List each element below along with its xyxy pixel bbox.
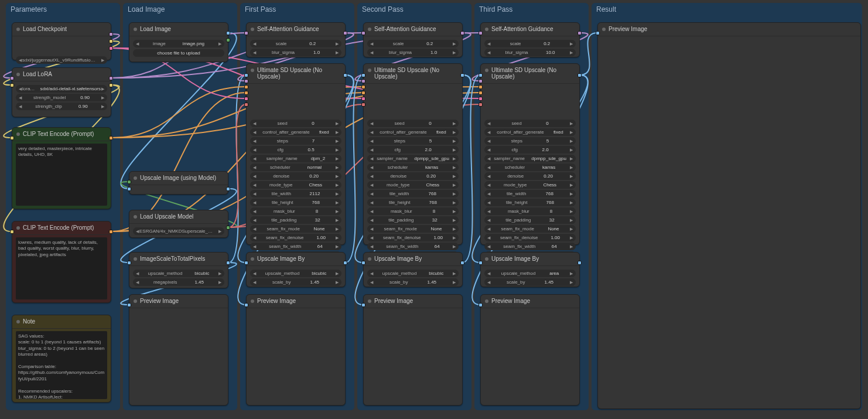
param-control-after-generate[interactable]: control_after_generatefixed (484, 128, 576, 136)
node-title[interactable]: Load LoRA (12, 68, 111, 81)
param-control-after-generate[interactable]: control_after_generatefixed (250, 128, 341, 136)
input-port[interactable] (127, 261, 131, 265)
node-title[interactable]: Self-Attention Guidance (481, 23, 579, 36)
collapse-icon[interactable] (16, 320, 20, 323)
param-denoise[interactable]: denoise0.20 (484, 172, 576, 180)
param-mode-type[interactable]: mode_typeChess (367, 181, 459, 189)
node-title[interactable]: Note (12, 315, 111, 329)
input-port[interactable] (361, 79, 365, 83)
param-seam-fix-mode[interactable]: seam_fix_modeNone (484, 225, 576, 233)
chevron-left-icon[interactable] (252, 280, 257, 285)
node-uib2[interactable]: Upscale Image Byupscale_methodbicubicsca… (363, 252, 463, 287)
node-sag2[interactable]: Self-Attention Guidancescale0.2blur_sigm… (363, 22, 463, 57)
chevron-right-icon[interactable] (452, 200, 456, 205)
chevron-left-icon[interactable] (370, 130, 374, 135)
param-blur-sigma[interactable]: blur_sigma1.0 (367, 49, 459, 56)
param-seam-fix-denoise[interactable]: seam_fix_denoise1.00 (484, 234, 576, 241)
chevron-left-icon[interactable] (18, 96, 22, 100)
chevron-right-icon[interactable] (335, 148, 339, 152)
param-upscale-method[interactable]: upscale_methodbicubic (133, 270, 224, 277)
chevron-right-icon[interactable] (452, 183, 456, 188)
chevron-left-icon[interactable] (487, 227, 491, 231)
chevron-left-icon[interactable] (135, 271, 139, 276)
collapse-icon[interactable] (134, 176, 137, 180)
param-scale-by[interactable]: scale_by1.45 (367, 278, 459, 286)
chevron-left-icon[interactable] (370, 156, 374, 161)
param-tile-height[interactable]: tile_height768 (484, 199, 576, 206)
node-title[interactable]: ImageScaleToTotalPixels (129, 253, 228, 266)
node-sag3[interactable]: Self-Attention Guidancescale0.2blur_sigm… (480, 22, 580, 57)
input-port[interactable] (479, 91, 483, 95)
param-tile-padding[interactable]: tile_padding32 (250, 216, 341, 224)
chevron-right-icon[interactable] (452, 121, 456, 126)
input-port[interactable] (127, 187, 131, 191)
input-port[interactable] (361, 91, 365, 95)
collapse-icon[interactable] (368, 69, 371, 72)
chevron-right-icon[interactable] (335, 183, 339, 188)
chevron-right-icon[interactable] (218, 229, 222, 234)
chevron-right-icon[interactable] (569, 156, 573, 161)
node-title[interactable]: Load Checkpoint (12, 23, 111, 36)
input-port[interactable] (244, 73, 248, 77)
chevron-right-icon[interactable] (335, 227, 339, 231)
collapse-icon[interactable] (251, 69, 254, 72)
chevron-right-icon[interactable] (569, 50, 573, 55)
param-tile-width[interactable]: tile_width768 (484, 190, 576, 197)
param-seam-fix-mode[interactable]: seam_fix_modeNone (367, 225, 459, 233)
chevron-right-icon[interactable] (335, 50, 339, 55)
collapse-icon[interactable] (251, 299, 254, 303)
chevron-right-icon[interactable] (569, 148, 573, 152)
chevron-left-icon[interactable] (487, 183, 491, 188)
collapse-icon[interactable] (16, 226, 20, 230)
param-seam-fix-denoise[interactable]: seam_fix_denoise1.00 (367, 234, 459, 241)
param-strength-clip[interactable]: strength_clip0.90 (16, 103, 107, 110)
node-upsm[interactable]: Upscale Image (using Model) (129, 171, 228, 195)
output-port[interactable] (343, 261, 347, 265)
input-port[interactable] (479, 79, 483, 83)
chevron-left-icon[interactable] (370, 183, 374, 188)
chevron-right-icon[interactable] (335, 174, 339, 179)
node-uib1[interactable]: Upscale Image Byupscale_methodbicubicsca… (246, 252, 346, 287)
chevron-right-icon[interactable] (218, 280, 222, 285)
chevron-right-icon[interactable] (335, 139, 339, 144)
input-port[interactable] (361, 97, 365, 101)
input-port[interactable] (244, 85, 248, 89)
param-upscale-method[interactable]: upscale_methodbicubic (367, 270, 459, 277)
input-port[interactable] (479, 261, 483, 265)
chevron-left-icon[interactable] (370, 174, 374, 179)
chevron-left-icon[interactable] (18, 87, 22, 91)
collapse-icon[interactable] (134, 299, 137, 303)
input-port[interactable] (361, 85, 365, 89)
chevron-left-icon[interactable] (252, 156, 257, 161)
param-blur-sigma[interactable]: blur_sigma10.0 (484, 49, 576, 56)
param-scheduler[interactable]: schedulernormal (250, 163, 341, 171)
chevron-left-icon[interactable] (252, 236, 257, 240)
chevron-left-icon[interactable] (252, 174, 257, 179)
node-prev2[interactable]: Preview Image (363, 294, 463, 406)
collapse-icon[interactable] (485, 299, 488, 303)
chevron-right-icon[interactable] (569, 227, 573, 231)
collapse-icon[interactable] (134, 215, 137, 219)
chevron-right-icon[interactable] (452, 130, 456, 135)
node-title[interactable]: Preview Image (364, 295, 462, 308)
param-steps[interactable]: steps5 (367, 137, 459, 145)
chevron-right-icon[interactable] (452, 271, 456, 276)
chevron-right-icon[interactable] (569, 271, 573, 276)
input-port[interactable] (479, 73, 483, 77)
chevron-left-icon[interactable] (487, 139, 491, 144)
chevron-right-icon[interactable] (335, 244, 339, 249)
collapse-icon[interactable] (485, 28, 488, 31)
node-clipP[interactable]: CLIP Text Encode (Prompt) (12, 127, 111, 209)
node-title[interactable]: Preview Image (129, 295, 228, 308)
collapse-icon[interactable] (602, 28, 606, 31)
param-upscale-method[interactable]: upscale_methodarea (484, 270, 576, 277)
param-tile-padding[interactable]: tile_padding32 (367, 216, 459, 224)
chevron-left-icon[interactable] (252, 50, 257, 55)
output-port[interactable] (109, 76, 113, 80)
chevron-right-icon[interactable] (569, 183, 573, 188)
node-uib3[interactable]: Upscale Image Byupscale_methodareascale_… (480, 252, 580, 287)
collapse-icon[interactable] (16, 73, 20, 76)
output-port[interactable] (226, 187, 230, 191)
chevron-left-icon[interactable] (487, 148, 491, 152)
param-scale[interactable]: scale0.2 (367, 40, 459, 47)
